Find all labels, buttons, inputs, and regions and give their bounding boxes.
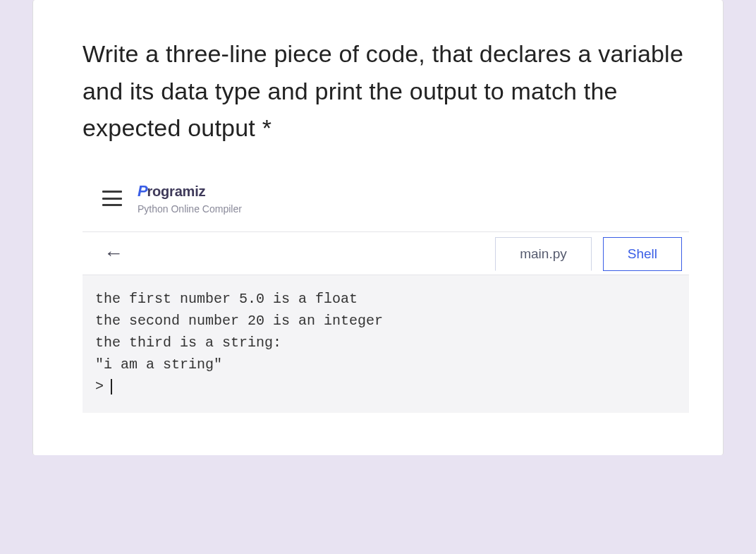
brand-rest: rogramiz (147, 183, 205, 199)
output-line: the third is a string: (95, 332, 676, 354)
back-arrow-icon[interactable]: ← (83, 232, 145, 275)
brand-subtitle: Python Online Compiler (138, 203, 242, 215)
compiler-screenshot: Programiz Python Online Compiler ← main.… (83, 182, 689, 413)
menu-icon[interactable] (102, 191, 122, 206)
question-body: Write a three-line piece of code, that d… (83, 40, 683, 141)
brand-logo: Programiz (138, 182, 242, 200)
output-line: the second number 20 is an integer (95, 310, 676, 332)
prompt-line[interactable]: > (95, 375, 676, 397)
output-line: the first number 5.0 is a float (95, 288, 676, 310)
shell-output: the first number 5.0 is a floatthe secon… (83, 275, 689, 413)
question-text: Write a three-line piece of code, that d… (83, 35, 689, 147)
tab-shell[interactable]: Shell (603, 237, 682, 271)
compiler-header: Programiz Python Online Compiler (102, 182, 689, 224)
compiler-toolbar: ← main.py Shell (83, 231, 689, 275)
question-card: Write a three-line piece of code, that d… (32, 0, 724, 455)
cursor-icon (111, 379, 112, 395)
required-asterisk: * (262, 114, 272, 141)
brand-block: Programiz Python Online Compiler (138, 182, 242, 215)
prompt-symbol: > (95, 375, 104, 397)
tab-main[interactable]: main.py (495, 237, 592, 271)
output-line: "i am a string" (95, 354, 676, 375)
tab-group: main.py Shell (495, 237, 689, 270)
